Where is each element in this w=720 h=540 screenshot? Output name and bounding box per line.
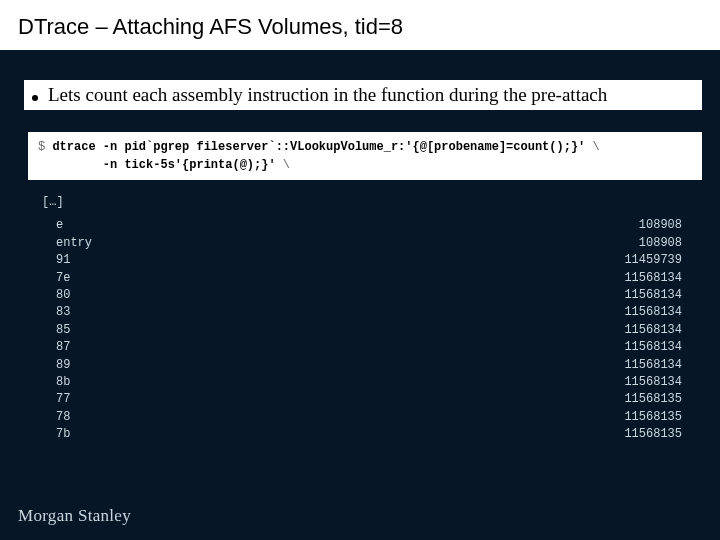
command-text-1: dtrace -n pid`pgrep fileserver`::VLookup… xyxy=(52,138,599,156)
output-count: 11568134 xyxy=(624,322,682,339)
slide-title: DTrace – Attaching AFS Volumes, tid=8 xyxy=(18,14,702,40)
command-line-1: $ dtrace -n pid`pgrep fileserver`::VLook… xyxy=(38,138,692,156)
output-probename: entry xyxy=(42,235,92,252)
cmd-flag-2: -n xyxy=(103,158,117,172)
output-row: 7811568135 xyxy=(42,409,682,426)
cmd-arg-2: tick-5s'{printa(@);}' xyxy=(124,158,275,172)
output-probename: 77 xyxy=(42,391,70,408)
slide-body: Lets count each assembly instruction in … xyxy=(0,50,720,443)
output-probename: 83 xyxy=(42,304,70,321)
output-count: 11568134 xyxy=(624,374,682,391)
command-line-2: -n tick-5s'{printa(@);}' \ xyxy=(38,156,692,174)
shell-prompt: $ xyxy=(38,138,52,156)
title-bar: DTrace – Attaching AFS Volumes, tid=8 xyxy=(0,0,720,50)
output-block: […] e108908entry10890891114597397e115681… xyxy=(28,194,702,443)
output-rows: e108908entry10890891114597397e1156813480… xyxy=(42,217,682,443)
footer-logo: Morgan Stanley xyxy=(18,506,131,526)
output-row: 8b11568134 xyxy=(42,374,682,391)
output-row: 8511568134 xyxy=(42,322,682,339)
command-text-2: -n tick-5s'{printa(@);}' \ xyxy=(103,156,290,174)
output-row: 7b11568135 xyxy=(42,426,682,443)
logo-first: Morgan xyxy=(18,506,73,525)
output-probename: 8b xyxy=(42,374,70,391)
output-count: 11568134 xyxy=(624,339,682,356)
output-row: e108908 xyxy=(42,217,682,234)
output-row: 7e11568134 xyxy=(42,270,682,287)
output-count: 11568134 xyxy=(624,287,682,304)
output-count: 11568134 xyxy=(624,304,682,321)
output-row: entry108908 xyxy=(42,235,682,252)
output-count: 11568135 xyxy=(624,426,682,443)
output-probename: 7b xyxy=(42,426,70,443)
cmd-arg-1: pid`pgrep fileserver`::VLookupVolume_r:'… xyxy=(124,140,585,154)
output-probename: e xyxy=(42,217,63,234)
output-ellipsis: […] xyxy=(42,194,682,211)
output-probename: 80 xyxy=(42,287,70,304)
bullet-dot-icon xyxy=(32,95,38,101)
cmd-dtrace: dtrace xyxy=(52,140,95,154)
output-row: 8911568134 xyxy=(42,357,682,374)
output-probename: 87 xyxy=(42,339,70,356)
output-probename: 91 xyxy=(42,252,70,269)
output-probename: 85 xyxy=(42,322,70,339)
output-row: 9111459739 xyxy=(42,252,682,269)
slide: DTrace – Attaching AFS Volumes, tid=8 Le… xyxy=(0,0,720,540)
output-count: 11568134 xyxy=(624,270,682,287)
output-count: 11568135 xyxy=(624,391,682,408)
command-block: $ dtrace -n pid`pgrep fileserver`::VLook… xyxy=(28,132,702,180)
output-count: 108908 xyxy=(639,235,682,252)
output-count: 11568135 xyxy=(624,409,682,426)
cmd-flag-1: -n xyxy=(103,140,117,154)
logo-second: Stanley xyxy=(78,506,131,525)
output-count: 108908 xyxy=(639,217,682,234)
output-count: 11459739 xyxy=(624,252,682,269)
output-probename: 89 xyxy=(42,357,70,374)
output-row: 8711568134 xyxy=(42,339,682,356)
output-row: 8011568134 xyxy=(42,287,682,304)
indent xyxy=(38,156,103,174)
bullet-item: Lets count each assembly instruction in … xyxy=(24,80,702,110)
output-probename: 7e xyxy=(42,270,70,287)
output-count: 11568134 xyxy=(624,357,682,374)
bullet-text: Lets count each assembly instruction in … xyxy=(48,84,607,106)
output-row: 7711568135 xyxy=(42,391,682,408)
output-probename: 78 xyxy=(42,409,70,426)
output-row: 8311568134 xyxy=(42,304,682,321)
